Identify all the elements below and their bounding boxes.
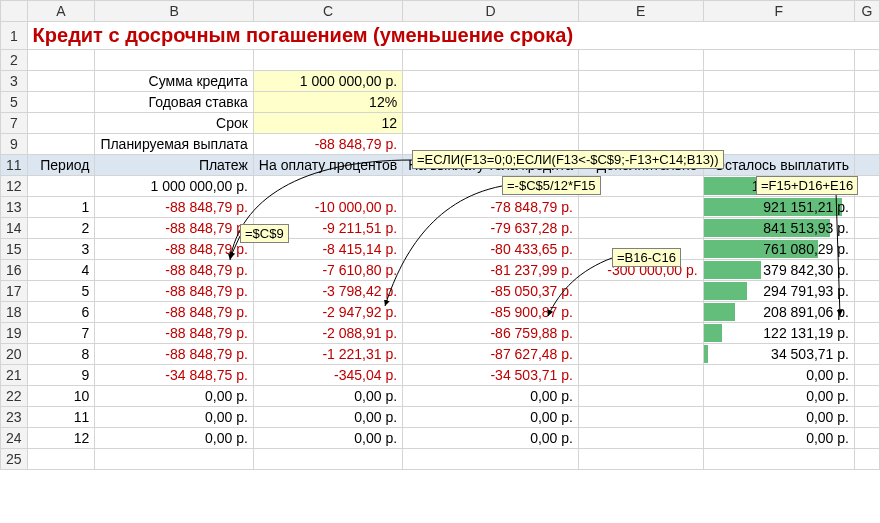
row-header-9[interactable]: 9: [1, 134, 28, 155]
row-header[interactable]: 22: [1, 386, 28, 407]
row-header[interactable]: 20: [1, 344, 28, 365]
row-header[interactable]: 14: [1, 218, 28, 239]
cell[interactable]: [403, 92, 579, 113]
cell[interactable]: [578, 113, 703, 134]
cell-extra[interactable]: [578, 344, 703, 365]
cell-payment[interactable]: -88 848,79 р.: [95, 344, 253, 365]
col-header-B[interactable]: B: [95, 1, 253, 22]
planned-value[interactable]: -88 848,79 р.: [253, 134, 402, 155]
cell[interactable]: [854, 449, 879, 470]
cell-interest[interactable]: -2 947,92 р.: [253, 302, 402, 323]
cell[interactable]: [854, 428, 879, 449]
cell-period[interactable]: 9: [27, 365, 95, 386]
cell-interest[interactable]: -3 798,42 р.: [253, 281, 402, 302]
cell[interactable]: [854, 281, 879, 302]
cell[interactable]: [854, 155, 879, 176]
cell[interactable]: [27, 92, 95, 113]
cell-principal[interactable]: -85 900,87 р.: [403, 302, 579, 323]
cell-payment[interactable]: -34 848,75 р.: [95, 365, 253, 386]
row-header[interactable]: 23: [1, 407, 28, 428]
select-all-corner[interactable]: [1, 1, 28, 22]
row-header-7[interactable]: 7: [1, 113, 28, 134]
row-header[interactable]: 18: [1, 302, 28, 323]
cell-extra[interactable]: [578, 386, 703, 407]
cell-remaining[interactable]: 0,00 р.: [703, 386, 854, 407]
cell-principal[interactable]: -34 503,71 р.: [403, 365, 579, 386]
cell-period[interactable]: 5: [27, 281, 95, 302]
cell[interactable]: [403, 50, 579, 71]
row-header[interactable]: 16: [1, 260, 28, 281]
cell-extra[interactable]: [578, 218, 703, 239]
cell[interactable]: [27, 449, 95, 470]
cell-payment[interactable]: -88 848,79 р.: [95, 281, 253, 302]
cell-payment[interactable]: -88 848,79 р.: [95, 260, 253, 281]
cell[interactable]: [854, 365, 879, 386]
cell-payment[interactable]: -88 848,79 р.: [95, 218, 253, 239]
cell[interactable]: [27, 134, 95, 155]
cell[interactable]: [703, 71, 854, 92]
cell[interactable]: [854, 323, 879, 344]
cell-principal[interactable]: 0,00 р.: [403, 386, 579, 407]
row-header-2[interactable]: 2: [1, 50, 28, 71]
cell-interest[interactable]: -10 000,00 р.: [253, 197, 402, 218]
hdr-payment[interactable]: Платеж: [95, 155, 253, 176]
cell[interactable]: [854, 239, 879, 260]
cell-period[interactable]: 11: [27, 407, 95, 428]
cell-period[interactable]: 1: [27, 197, 95, 218]
cell-interest[interactable]: 0,00 р.: [253, 386, 402, 407]
cell[interactable]: [703, 449, 854, 470]
cell-extra[interactable]: [578, 428, 703, 449]
cell[interactable]: [854, 260, 879, 281]
cell-principal[interactable]: -81 237,99 р.: [403, 260, 579, 281]
cell[interactable]: [95, 449, 253, 470]
cell[interactable]: [578, 71, 703, 92]
cell-remaining[interactable]: 379 842,30 р.: [703, 260, 854, 281]
cell-period[interactable]: 7: [27, 323, 95, 344]
cell[interactable]: [854, 218, 879, 239]
cell-period[interactable]: 8: [27, 344, 95, 365]
cell-principal[interactable]: 0,00 р.: [403, 407, 579, 428]
cell-principal[interactable]: -85 050,37 р.: [403, 281, 579, 302]
cell-interest[interactable]: [253, 176, 402, 197]
cell-remaining[interactable]: 122 131,19 р.: [703, 323, 854, 344]
cell-interest[interactable]: -2 088,91 р.: [253, 323, 402, 344]
hdr-interest[interactable]: На оплату процентов: [253, 155, 402, 176]
row-header-11[interactable]: 11: [1, 155, 28, 176]
row-header-3[interactable]: 3: [1, 71, 28, 92]
cell[interactable]: [854, 386, 879, 407]
row-header-5[interactable]: 5: [1, 92, 28, 113]
cell-remaining[interactable]: 34 503,71 р.: [703, 344, 854, 365]
cell-payment[interactable]: -88 848,79 р.: [95, 197, 253, 218]
hdr-remaining[interactable]: Осталось выплатить: [703, 155, 854, 176]
cell[interactable]: [703, 50, 854, 71]
cell[interactable]: [854, 407, 879, 428]
cell-interest[interactable]: 0,00 р.: [253, 428, 402, 449]
cell[interactable]: [27, 50, 95, 71]
cell[interactable]: [403, 449, 579, 470]
cell-remaining[interactable]: 761 080,29 р.: [703, 239, 854, 260]
cell-remaining[interactable]: 0,00 р.: [703, 365, 854, 386]
cell-period[interactable]: 10: [27, 386, 95, 407]
term-value[interactable]: 12: [253, 113, 402, 134]
cell-payment[interactable]: -88 848,79 р.: [95, 239, 253, 260]
cell[interactable]: [403, 71, 579, 92]
cell[interactable]: [854, 176, 879, 197]
cell-extra[interactable]: [578, 407, 703, 428]
cell[interactable]: [578, 92, 703, 113]
cell-interest[interactable]: -1 221,31 р.: [253, 344, 402, 365]
cell-extra[interactable]: [578, 281, 703, 302]
col-header-F[interactable]: F: [703, 1, 854, 22]
cell-principal[interactable]: -78 848,79 р.: [403, 197, 579, 218]
loan-sum-value[interactable]: 1 000 000,00 р.: [253, 71, 402, 92]
col-header-A[interactable]: A: [27, 1, 95, 22]
cell-payment[interactable]: 0,00 р.: [95, 407, 253, 428]
cell-period[interactable]: [27, 176, 95, 197]
cell-payment[interactable]: -88 848,79 р.: [95, 302, 253, 323]
cell-extra[interactable]: [578, 197, 703, 218]
cell-payment[interactable]: 0,00 р.: [95, 386, 253, 407]
cell-period[interactable]: 12: [27, 428, 95, 449]
cell[interactable]: [854, 50, 879, 71]
cell[interactable]: [703, 134, 854, 155]
term-label[interactable]: Срок: [95, 113, 253, 134]
cell-extra[interactable]: [578, 365, 703, 386]
